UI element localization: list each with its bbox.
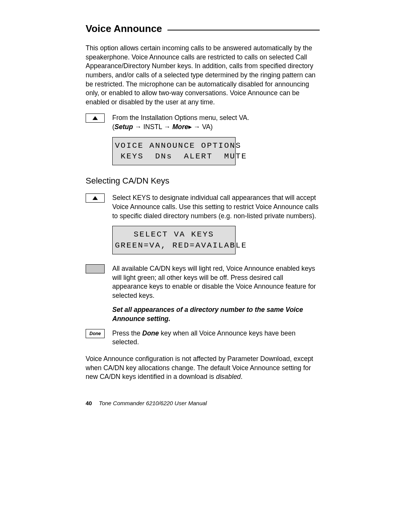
seq-more: More <box>172 123 188 131</box>
done-key-col: Done <box>86 329 105 338</box>
step4-pre: Press the <box>112 329 142 337</box>
intro-paragraph: This option allows certain incoming call… <box>86 44 320 107</box>
step-2-text: Select KEYS to designate individual call… <box>112 193 320 220</box>
blank-key-col <box>86 264 105 273</box>
end-main: Voice Announce configuration is not affe… <box>86 355 313 380</box>
rtri-icon: ▸ <box>188 123 192 131</box>
step-4: Done Press the Done key when all Voice A… <box>86 329 320 347</box>
page-container: Voice Announce This option allows certai… <box>0 0 411 429</box>
seq-va: VA <box>202 123 210 131</box>
step1-line1: From the Installation Options menu, sele… <box>112 114 249 121</box>
lcd-screen-1: VOICE ANNOUNCE OPTIONS KEYS DNs ALERT MU… <box>112 137 236 166</box>
step-1-text: From the Installation Options menu, sele… <box>112 113 320 131</box>
end-paragraph: Voice Announce configuration is not affe… <box>86 355 320 382</box>
page-footer: 40 Tone Commander 6210/6220 User Manual <box>86 400 320 406</box>
lcd1-line2: KEYS DNs ALERT MUTE <box>115 152 247 161</box>
arrow-icon: → <box>194 123 201 131</box>
lcd1-line1: VOICE ANNOUNCE OPTIONS <box>115 141 241 150</box>
up-triangle-icon <box>92 116 98 120</box>
lcd2-line2: GREEN=VA, RED=AVAILABLE <box>115 241 247 250</box>
seq-instl: INSTL <box>143 123 162 131</box>
arrow-icon: → <box>135 123 142 131</box>
page-title: Voice Announce <box>86 23 167 35</box>
end-dot: . <box>241 373 243 380</box>
up-arrow-key-icon <box>86 113 105 123</box>
page-number: 40 <box>86 400 92 406</box>
note-text: Set all appearances of a directory numbe… <box>112 305 320 323</box>
lcd-screen-2: SELECT VA KEYS GREEN=VA, RED=AVAILABLE <box>112 226 236 254</box>
subheading: Selecting CA/DN Keys <box>86 176 320 186</box>
step-3: All available CA/DN keys will light red,… <box>86 264 320 300</box>
arrow-icon: → <box>164 123 171 131</box>
done-word: Done <box>142 329 159 337</box>
lcd2-line1: SELECT VA KEYS <box>134 230 214 239</box>
heading-rule <box>167 30 320 30</box>
up-key-col <box>86 113 105 123</box>
step-4-text: Press the Done key when all Voice Announ… <box>112 329 320 347</box>
done-key-icon: Done <box>86 329 105 338</box>
up-triangle-icon <box>92 196 98 200</box>
disabled-word: disabled <box>216 373 241 380</box>
book-title: Tone Commander 6210/6220 User Manual <box>99 400 207 406</box>
step-1: From the Installation Options menu, sele… <box>86 113 320 131</box>
step-2: Select KEYS to designate individual call… <box>86 193 320 220</box>
heading-row: Voice Announce <box>86 23 320 35</box>
up-arrow-key-icon <box>86 193 105 203</box>
seq-setup: Setup <box>115 123 133 131</box>
step-3-text: All available CA/DN keys will light red,… <box>112 264 320 300</box>
up-key-col <box>86 193 105 203</box>
blank-key-icon <box>86 264 105 273</box>
